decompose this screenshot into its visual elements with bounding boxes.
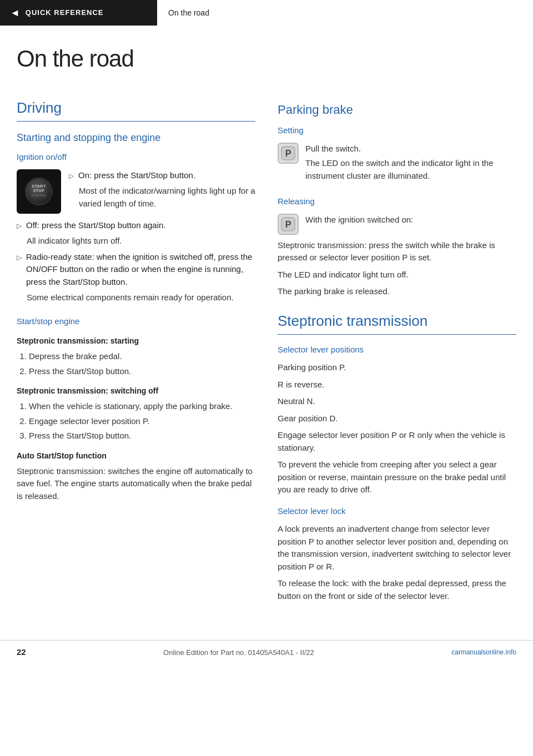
topbar-page-title: On the road: [168, 7, 209, 19]
steptronic-start-heading: Steptronic transmission: starting: [17, 335, 255, 347]
starting-heading: Starting and stopping the engine: [17, 130, 255, 145]
parking-button-icon: P: [278, 143, 299, 164]
ignition-off-text: Off: press the Start/Stop button again.: [26, 219, 255, 232]
steptronic-off-list: When the vehicle is stationary, apply th…: [17, 400, 255, 442]
releasing-text: With the ignition switched on:: [305, 214, 413, 231]
list-item: Engage selector lever position P.: [29, 415, 255, 428]
parking-button-icon2: P: [278, 214, 299, 235]
ignition-block: START STOP ENGINE ▷ On: press the Start/…: [17, 169, 255, 214]
selector-lock-heading: Selector lever lock: [278, 505, 516, 518]
two-column-layout: Driving Starting and stopping the engine…: [17, 92, 516, 607]
ignition-radio-detail: Some electrical components remain ready …: [27, 291, 255, 304]
list-item: Depress the brake pedal.: [29, 350, 255, 363]
engine-label: ENGINE: [32, 193, 46, 198]
selector-para4: Gear position D.: [278, 412, 516, 425]
list-item: Press the Start/Stop button.: [29, 365, 255, 378]
releasing-para3: The LED and indicator light turn off.: [278, 269, 516, 281]
svg-text:P: P: [285, 220, 291, 229]
steptronic-start-list: Depress the brake pedal. Press the Start…: [17, 350, 255, 377]
ignition-radio-text: Radio-ready state: when the ignition is …: [26, 251, 255, 289]
start-stop-button-image: START STOP ENGINE: [25, 178, 53, 205]
start-stop-heading: Start/stop engine: [17, 315, 255, 328]
setting-text: Pull the switch. The LED on the switch a…: [305, 143, 516, 187]
ignition-off-bullet: ▷ Off: press the Start/Stop button again…: [17, 219, 255, 232]
topbar-right: On the road: [155, 0, 533, 26]
ignition-off-detail: All indicator lights turn off.: [27, 235, 255, 248]
steptronic-off-heading: Steptronic transmission: switching off: [17, 385, 255, 397]
driving-heading: Driving: [17, 97, 255, 122]
bullet-arrow-icon: ▷: [69, 171, 74, 181]
releasing-heading: Releasing: [278, 195, 516, 208]
releasing-para4: The parking brake is released.: [278, 285, 516, 298]
footer: 22 Online Edition for Part no. 01405A540…: [0, 640, 533, 664]
ignition-on-content: ▷ On: press the Start/Stop button. Most …: [69, 169, 255, 214]
selector-para6: To prevent the vehicle from creeping aft…: [278, 458, 516, 496]
start-label: START: [32, 184, 46, 189]
start-stop-image: START STOP ENGINE: [17, 169, 61, 214]
page-number: 22: [17, 646, 26, 659]
selector-para1: Parking position P.: [278, 361, 516, 374]
releasing-block: P With the ignition switched on:: [278, 214, 516, 235]
setting-block: P Pull the switch. The LED on the switch…: [278, 143, 516, 187]
parking-brake-heading: Parking brake: [278, 100, 516, 119]
left-column: Driving Starting and stopping the engine…: [17, 92, 255, 607]
topbar: ◄ QUICK REFERENCE On the road: [0, 0, 533, 26]
bullet-arrow-icon2: ▷: [17, 221, 22, 231]
footer-edition: Online Edition for Part no. 01405A540A1 …: [163, 647, 314, 658]
selector-lock-para1: A lock prevents an inadvertent change fr…: [278, 523, 516, 573]
releasing-para2: Steptronic transmission: press the switc…: [278, 239, 516, 264]
page-title: On the road: [17, 41, 516, 76]
right-column: Parking brake Setting P Pull the switch.…: [278, 92, 516, 607]
setting-heading: Setting: [278, 124, 516, 137]
footer-url: carmanualsonline.info: [451, 647, 516, 657]
steptronic-heading: Steptronic transmission: [278, 310, 516, 335]
list-item: When the vehicle is stationary, apply th…: [29, 400, 255, 413]
ignition-on-detail: Most of the indicator/warning lights lig…: [79, 185, 255, 210]
ignition-on-text: On: press the Start/Stop button.: [78, 169, 255, 182]
auto-para: Steptronic transmission: switches the en…: [17, 465, 255, 503]
selector-para5: Engage selector lever position P or R on…: [278, 429, 516, 454]
back-arrow-icon[interactable]: ◄: [10, 6, 20, 21]
topbar-left: ◄ QUICK REFERENCE: [0, 0, 155, 26]
stop-label: STOP: [33, 189, 45, 193]
bullet-arrow-icon3: ▷: [17, 253, 22, 263]
ignition-on-bullet: ▷ On: press the Start/Stop button.: [69, 169, 255, 182]
auto-heading: Auto Start/Stop function: [17, 450, 255, 462]
selector-para2: R is reverse.: [278, 379, 516, 391]
svg-text:P: P: [285, 149, 291, 158]
list-item: Press the Start/Stop button.: [29, 430, 255, 442]
ignition-heading: Ignition on/off: [17, 151, 255, 164]
selector-positions-heading: Selector lever positions: [278, 344, 516, 356]
ignition-radio-bullet: ▷ Radio-ready state: when the ignition i…: [17, 251, 255, 289]
topbar-nav-label: QUICK REFERENCE: [26, 7, 104, 18]
selector-lock-para2: To release the lock: with the brake peda…: [278, 577, 516, 602]
selector-para3: Neutral N.: [278, 395, 516, 408]
main-content: On the road Driving Starting and stoppin…: [0, 26, 533, 623]
